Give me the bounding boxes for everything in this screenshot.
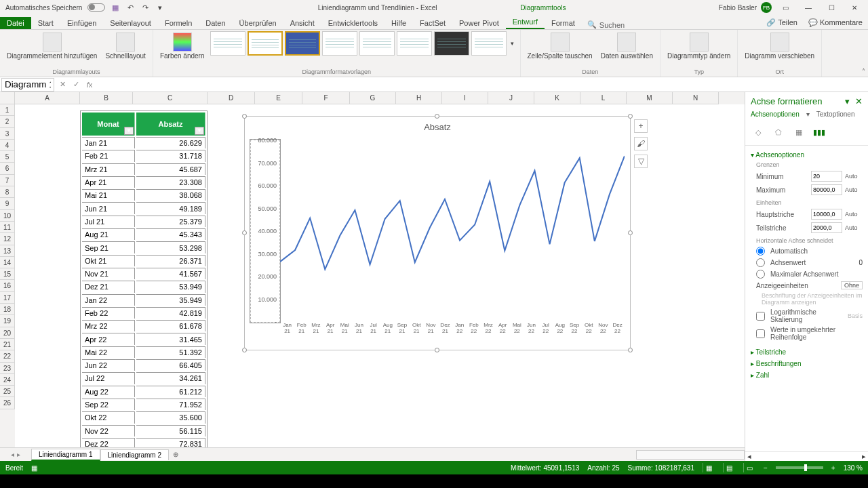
cross-max-radio[interactable] <box>756 270 765 279</box>
table-row[interactable]: Mrz 2261.678 <box>82 320 205 331</box>
minimize-icon[interactable]: — <box>799 1 818 14</box>
tab-entwicklertools[interactable]: Entwicklertools <box>321 17 384 29</box>
row-header[interactable]: 16 <box>0 280 15 291</box>
table-row[interactable]: Jun 2149.189 <box>82 202 205 214</box>
table-row[interactable]: Mai 2138.068 <box>82 189 205 201</box>
col-header[interactable]: G <box>350 92 396 104</box>
tab-daten[interactable]: Daten <box>199 17 232 29</box>
chart-style-8[interactable] <box>471 31 507 56</box>
resize-handle[interactable] <box>628 348 633 352</box>
col-header[interactable]: L <box>580 92 627 104</box>
col-header[interactable]: K <box>534 92 580 104</box>
table-row[interactable]: Apr 2123.308 <box>82 176 205 188</box>
row-header[interactable]: 2 <box>0 116 15 127</box>
col-header[interactable]: F <box>302 92 350 104</box>
switch-row-col-button[interactable]: Zeile/Spalte tauschen <box>525 31 595 61</box>
add-chart-element-button[interactable]: Diagrammelement hinzufügen <box>4 31 100 61</box>
row-header[interactable]: 17 <box>0 292 15 304</box>
table-row[interactable]: Apr 2231.465 <box>82 333 205 344</box>
row-header[interactable]: 10 <box>0 210 15 222</box>
resize-handle[interactable] <box>242 114 247 119</box>
y-axis[interactable]: 80.00070.00060.00050.00040.00030.00020.0… <box>250 140 280 323</box>
row-header[interactable]: 7 <box>0 175 15 186</box>
table-row[interactable]: Nov 2141.567 <box>82 268 205 279</box>
chart-style-6[interactable] <box>397 31 432 56</box>
chart-title[interactable]: Absatz <box>245 117 630 135</box>
tab-überprüfen[interactable]: Überprüfen <box>233 17 283 29</box>
col-header[interactable]: I <box>442 92 488 104</box>
filter-icon[interactable]: ▾ <box>195 127 204 135</box>
row-header[interactable]: 14 <box>0 257 15 268</box>
ribbon-options-icon[interactable]: ▭ <box>776 1 795 14</box>
table-row[interactable]: Sep 2153.298 <box>82 241 205 253</box>
row-header[interactable]: 4 <box>0 140 15 151</box>
tab-file[interactable]: Datei <box>0 17 31 29</box>
table-row[interactable]: Nov 2256.115 <box>82 425 205 436</box>
resize-handle[interactable] <box>628 114 633 119</box>
table-row[interactable]: Jul 2125.379 <box>82 216 205 227</box>
view-page-icon[interactable]: ▤ <box>723 463 735 472</box>
cancel-fx-icon[interactable]: ✕ <box>56 80 69 89</box>
pane-tab-axis-options[interactable]: Achsenoptionen <box>751 110 800 118</box>
pane-tab-text-options[interactable]: Textoptionen <box>816 110 855 118</box>
share-button[interactable]: 🔗 Teilen <box>761 16 803 29</box>
search-box[interactable]: 🔍 Suchen <box>582 20 630 29</box>
chart-brush-icon[interactable]: 🖌 <box>634 137 648 150</box>
table-row[interactable]: Okt 2235.600 <box>82 411 205 423</box>
tab-hilfe[interactable]: Hilfe <box>384 17 413 29</box>
display-units-select[interactable]: Ohne <box>841 281 863 289</box>
pane-close-icon[interactable]: ✕ <box>855 96 863 106</box>
chart-style-2[interactable] <box>248 31 283 56</box>
move-chart-button[interactable]: Diagramm verschieben <box>742 31 817 61</box>
table-row[interactable]: Jan 2126.629 <box>82 137 205 148</box>
col-header[interactable]: C <box>133 92 208 104</box>
chart-object[interactable]: Absatz + 🖌 ▽ 80.00070.00060.00050.00040.… <box>244 116 631 350</box>
comments-button[interactable]: 💬 Kommentare <box>803 16 868 29</box>
table-row[interactable]: Aug 2261.212 <box>82 386 205 397</box>
row-header[interactable]: 3 <box>0 128 15 140</box>
section-ticks[interactable]: ▸ Teilstriche <box>745 346 868 358</box>
row-header[interactable]: 24 <box>0 374 15 386</box>
worksheet-cells[interactable]: Monat▾ Absatz▾ Jan 2126.629Feb 2131.718M… <box>15 104 745 447</box>
chart-plus-icon[interactable]: + <box>634 119 648 133</box>
row-header[interactable]: 11 <box>0 222 15 233</box>
tab-ansicht[interactable]: Ansicht <box>283 17 321 29</box>
col-header[interactable]: H <box>396 92 442 104</box>
resize-handle[interactable] <box>628 230 633 235</box>
table-row[interactable]: Feb 2242.819 <box>82 307 205 319</box>
col-header[interactable]: J <box>488 92 534 104</box>
redo-icon[interactable]: ↷ <box>140 3 150 12</box>
log-scale-checkbox[interactable] <box>756 312 765 321</box>
size-icon[interactable]: ▦ <box>791 125 806 140</box>
add-sheet-icon[interactable]: ⊕ <box>169 451 182 458</box>
chart-styles-gallery[interactable]: ▾ <box>210 31 516 56</box>
row-header[interactable]: 23 <box>0 363 15 374</box>
row-header[interactable]: 8 <box>0 186 15 198</box>
row-header[interactable]: 6 <box>0 163 15 174</box>
tab-seitenlayout[interactable]: Seitenlayout <box>103 17 158 29</box>
axis-options-icon[interactable]: ▮▮▮ <box>812 125 827 140</box>
table-row[interactable]: Aug 2145.343 <box>82 228 205 240</box>
table-row[interactable]: Okt 2126.371 <box>82 255 205 266</box>
autosave-toggle[interactable] <box>87 3 105 12</box>
tab-power pivot[interactable]: Power Pivot <box>452 17 506 29</box>
row-header[interactable]: 5 <box>0 151 15 163</box>
major-input[interactable] <box>811 209 842 220</box>
row-header[interactable]: 1 <box>0 104 15 116</box>
row-header[interactable]: 20 <box>0 327 15 339</box>
tab-einfügen[interactable]: Einfügen <box>60 17 103 29</box>
fill-icon[interactable]: ◇ <box>751 125 766 140</box>
name-box[interactable] <box>1 78 54 92</box>
tab-format[interactable]: Format <box>545 17 582 29</box>
view-normal-icon[interactable]: ▦ <box>703 463 715 472</box>
table-row[interactable]: Mrz 2145.687 <box>82 163 205 175</box>
change-colors-button[interactable]: Farben ändern <box>157 31 208 61</box>
table-row[interactable]: Jul 2234.261 <box>82 372 205 384</box>
save-icon[interactable]: ▦ <box>111 3 120 12</box>
filter-icon[interactable]: ▾ <box>124 127 134 135</box>
tab-start[interactable]: Start <box>31 17 60 29</box>
chart-style-1[interactable] <box>210 31 245 56</box>
cross-auto-radio[interactable] <box>756 247 765 256</box>
resize-handle[interactable] <box>242 230 247 235</box>
col-header[interactable]: N <box>673 92 719 104</box>
